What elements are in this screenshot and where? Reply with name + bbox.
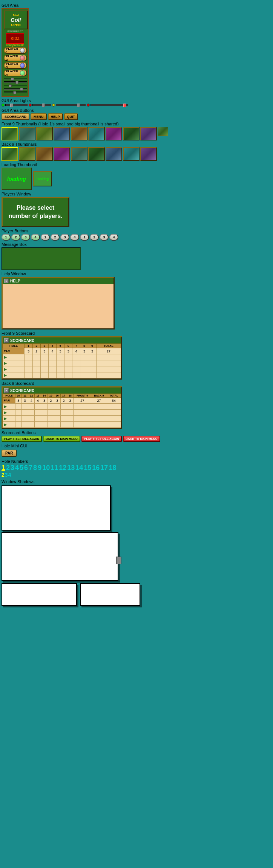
p-btn-g1-3[interactable]: 3 [21,234,30,241]
light-track-3[interactable] [56,104,86,106]
back9-thumb-8[interactable] [123,147,140,161]
player1-label: PLAYER 1 [6,47,20,54]
player-btn-group-3: 1 2 3 4 [80,234,118,241]
back9-thumb-7[interactable] [106,147,122,161]
p-btn-g3-2[interactable]: 2 [90,234,99,241]
hole-num-6[interactable]: 6 [24,464,28,471]
back9-thumb-2[interactable] [19,147,35,161]
front9-thumb-6[interactable] [88,127,105,140]
front9-thumb-2[interactable] [19,127,35,140]
slider-row-5[interactable] [4,91,27,94]
back9-thumb-6[interactable] [88,147,105,161]
small-hole-num-4[interactable]: 4 [8,472,11,478]
slider-thumb-4[interactable] [20,88,23,91]
slider-row-4[interactable] [4,87,27,90]
light-track-2[interactable] [32,104,51,106]
player3-button[interactable]: PLAYER 3 [4,62,27,69]
hole-num-4[interactable]: 4 [15,464,19,471]
logo-open-text: OPEN [11,23,21,27]
slider-track-1[interactable] [4,78,27,79]
slider-row-1[interactable] [4,77,27,80]
hole-num-10[interactable]: 10 [42,464,50,471]
par-display[interactable]: PAR [2,450,17,457]
p-btn-g2-3[interactable]: 3 [60,234,69,241]
front9-thumb-3[interactable] [36,127,53,140]
p-btn-g2-2[interactable]: 2 [51,234,60,241]
p-btn-g2-1[interactable]: 1 [41,234,50,241]
menu-button[interactable]: MENU [31,113,47,120]
hole-num-11[interactable]: 11 [51,464,58,471]
light-track-4[interactable] [90,104,128,106]
kidz-text: KIDZ [11,37,19,41]
front9-thumb-8[interactable] [123,127,140,140]
hole-num-7[interactable]: 7 [29,464,32,471]
slider-thumb-5[interactable] [13,91,16,94]
player4-button[interactable]: PLAYER 4 [4,70,27,76]
slider-track-2[interactable] [4,81,27,83]
slider-track-3[interactable] [4,85,27,86]
back9-thumb-5[interactable] [71,147,87,161]
help-close-button[interactable]: × [4,279,9,283]
hole-num-16[interactable]: 16 [92,464,100,471]
p-btn-g1-1[interactable]: 1 [2,234,11,241]
front9-thumb-4[interactable] [54,127,70,140]
slider-row-2[interactable] [4,81,27,84]
back9-scorecard-close-button[interactable]: × [4,388,9,393]
light-track-1[interactable] [5,104,28,106]
player4-ball-icon [20,70,25,76]
hole-num-1[interactable]: 1 [2,464,5,471]
light-slider-1[interactable] [10,104,13,107]
player2-button[interactable]: PLAYER 2 [4,55,27,61]
front9-thumb-5[interactable] [71,127,87,140]
p-btn-g3-3[interactable]: 3 [100,234,109,241]
slider-row-3[interactable] [4,84,27,87]
p-btn-g1-4[interactable]: 4 [31,234,40,241]
light-slider-2[interactable] [42,104,45,107]
hole-num-15[interactable]: 15 [84,464,91,471]
players-window-text: Please select number of players. [8,204,62,221]
p-btn-g3-4[interactable]: 4 [109,234,118,241]
scrollbar-thumb[interactable] [116,557,121,564]
light-slider-3[interactable] [77,104,80,107]
hole-num-14[interactable]: 14 [75,464,83,471]
p-btn-g2-4[interactable]: 4 [70,234,79,241]
hole-num-13[interactable]: 13 [67,464,75,471]
slider-thumb-1[interactable] [11,78,14,81]
light-slider-4[interactable] [123,104,126,107]
help-button[interactable]: HELP [48,113,63,120]
player1-button[interactable]: PLAYER 1 [4,47,27,54]
slider-thumb-3[interactable] [9,84,12,87]
small-hole-num-3[interactable]: 3 [5,472,8,478]
back-main-menu-red-btn[interactable]: BACK TO MAIN MENU [123,436,160,442]
quit-button[interactable]: QUIT [64,113,78,120]
hole-num-8[interactable]: 8 [33,464,37,471]
back9-thumb-4[interactable] [54,147,70,161]
hole-num-3[interactable]: 3 [11,464,14,471]
back9-thumb-3[interactable] [36,147,53,161]
slider-track-5[interactable] [4,92,27,93]
small-hole-num-2[interactable]: 2 [2,472,5,478]
hole-num-12[interactable]: 12 [59,464,66,471]
front9-small-thumb-1[interactable] [158,127,168,136]
b9-h-total: TOTAL [107,394,121,398]
hole-num-2[interactable]: 2 [6,464,10,471]
slider-track-4[interactable] [4,88,27,90]
back-main-menu-btn[interactable]: BACK TO MAIN MENU [43,436,80,442]
play-hole-again-red-btn[interactable]: PLAY THIS HOLE AGAIN [81,436,122,442]
hole-num-5[interactable]: 5 [20,464,23,471]
front9-thumb-7[interactable] [106,127,122,140]
front9-scorecard-close-button[interactable]: × [4,338,9,343]
play-hole-again-btn[interactable]: PLAY THIS HOLE AGAIN [2,436,42,442]
window-shadow-1 [2,485,111,531]
p-btn-g1-2[interactable]: 2 [11,234,20,241]
front9-thumb-9[interactable] [140,127,157,140]
hole-num-17[interactable]: 17 [100,464,108,471]
slider-thumb-2[interactable] [15,81,18,84]
back9-thumb-1[interactable] [2,147,18,161]
back9-thumb-9[interactable] [140,147,157,161]
scorecard-button[interactable]: SCORECARD [2,113,29,120]
p-btn-g3-1[interactable]: 1 [80,234,89,241]
hole-num-18[interactable]: 18 [109,464,116,471]
front9-thumb-1[interactable] [2,127,18,140]
hole-num-9[interactable]: 9 [38,464,41,471]
